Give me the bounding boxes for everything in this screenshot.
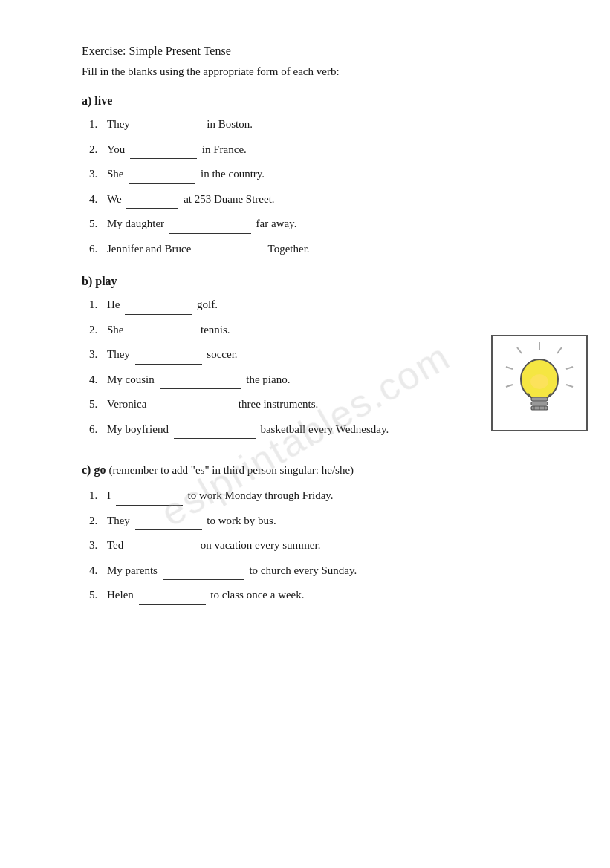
list-num: 5. xyxy=(89,215,103,234)
lightbulb-icon xyxy=(499,339,580,428)
section-a: a) live 1. They in Boston. 2. You in Fra… xyxy=(82,94,528,258)
list-num: 2. xyxy=(89,140,103,160)
item-text: He golf. xyxy=(107,296,528,315)
svg-line-6 xyxy=(566,385,573,387)
list-item: 3. Ted on vacation every summer. xyxy=(89,536,528,555)
svg-line-4 xyxy=(506,367,513,369)
blank-input xyxy=(152,401,233,414)
list-item: 2. You in France. xyxy=(89,140,528,160)
section-c-note: (remember to add "es" in third person si… xyxy=(108,464,354,476)
list-item: 3. She in the country. xyxy=(89,165,528,184)
svg-point-8 xyxy=(530,374,548,389)
blank-input xyxy=(169,221,251,234)
item-text: Ted on vacation every summer. xyxy=(107,536,528,555)
item-text: She in the country. xyxy=(107,165,528,184)
item-text: They to work by bus. xyxy=(107,512,528,531)
blank-input xyxy=(135,121,202,134)
item-text: You in France. xyxy=(107,140,528,160)
blank-input xyxy=(126,195,178,209)
section-b-list: 1. He golf. 2. She tennis. 3. They xyxy=(89,296,528,439)
blank-input xyxy=(116,492,183,506)
exercise-subtitle: Fill in the blanks using the appropriate… xyxy=(82,65,528,78)
list-num: 4. xyxy=(89,371,103,390)
exercise-title: Exercise: Simple Present Tense xyxy=(82,45,528,58)
item-text: My cousin the piano. xyxy=(107,371,528,390)
list-num: 1. xyxy=(89,486,103,506)
section-b: b) play 1. He golf. 2. She tennis. 3. xyxy=(82,275,528,439)
list-num: 1. xyxy=(89,115,103,134)
list-item: 2. She tennis. xyxy=(89,321,528,340)
list-num: 2. xyxy=(89,321,103,340)
list-num: 3. xyxy=(89,165,103,184)
list-item: 1. He golf. xyxy=(89,296,528,315)
list-num: 5. xyxy=(89,395,103,414)
list-item: 1. They in Boston. xyxy=(89,115,528,134)
list-item: 5. My daughter far away. xyxy=(89,215,528,234)
section-c: c) go (remember to add "es" in third per… xyxy=(82,461,528,605)
list-item: 2. They to work by bus. xyxy=(89,512,528,531)
list-num: 6. xyxy=(89,240,103,259)
list-item: 4. We at 253 Duane Street. xyxy=(89,190,528,209)
blank-input xyxy=(125,301,192,315)
blank-input xyxy=(174,425,256,439)
list-item: 5. Helen to class once a week. xyxy=(89,586,528,605)
item-text: They in Boston. xyxy=(107,115,528,134)
section-c-header: c) go (remember to add "es" in third per… xyxy=(82,461,528,479)
list-item: 4. My parents to church every Sunday. xyxy=(89,561,528,581)
item-text: I to work Monday through Friday. xyxy=(107,486,528,506)
list-item: 6. Jennifer and Bruce Together. xyxy=(89,240,528,259)
item-text: My daughter far away. xyxy=(107,215,528,234)
blank-input xyxy=(129,542,195,555)
blank-input xyxy=(163,567,244,580)
svg-line-2 xyxy=(566,367,573,369)
list-num: 4. xyxy=(89,561,103,581)
item-text: Veronica three instruments. xyxy=(107,395,528,414)
svg-line-1 xyxy=(557,347,562,353)
blank-input xyxy=(160,376,241,389)
list-item: 3. They soccer. xyxy=(89,345,528,365)
list-item: 5. Veronica three instruments. xyxy=(89,395,528,414)
blank-input xyxy=(196,245,263,258)
blank-input xyxy=(135,517,202,530)
svg-line-3 xyxy=(517,347,522,353)
list-num: 2. xyxy=(89,512,103,531)
lightbulb-image xyxy=(491,335,588,431)
item-text: My parents to church every Sunday. xyxy=(107,561,528,581)
item-text: She tennis. xyxy=(107,321,528,340)
blank-input xyxy=(129,171,195,184)
blank-input xyxy=(129,326,195,339)
section-a-list: 1. They in Boston. 2. You in France. 3. xyxy=(89,115,528,258)
list-num: 3. xyxy=(89,345,103,365)
section-c-list: 1. I to work Monday through Friday. 2. T… xyxy=(89,486,528,605)
section-b-header: b) play xyxy=(82,275,528,288)
svg-rect-10 xyxy=(531,402,548,405)
list-num: 4. xyxy=(89,190,103,209)
item-text: They soccer. xyxy=(107,345,528,365)
list-item: 6. My boyfriend basketball every Wednesd… xyxy=(89,420,528,440)
item-text: Jennifer and Bruce Together. xyxy=(107,240,528,259)
list-num: 6. xyxy=(89,420,103,440)
svg-rect-9 xyxy=(531,397,548,401)
item-text: My boyfriend basketball every Wednesday. xyxy=(107,420,528,440)
list-num: 3. xyxy=(89,536,103,555)
blank-input xyxy=(139,592,206,605)
list-num: 5. xyxy=(89,586,103,605)
item-text: We at 253 Duane Street. xyxy=(107,190,528,209)
page-container: Exercise: Simple Present Tense Fill in t… xyxy=(82,45,528,605)
list-item: 1. I to work Monday through Friday. xyxy=(89,486,528,506)
blank-input xyxy=(130,146,197,159)
blank-input xyxy=(135,351,202,365)
list-num: 1. xyxy=(89,296,103,315)
list-item: 4. My cousin the piano. xyxy=(89,371,528,390)
section-a-header: a) live xyxy=(82,94,528,108)
svg-line-5 xyxy=(506,385,513,387)
item-text: Helen to class once a week. xyxy=(107,586,528,605)
